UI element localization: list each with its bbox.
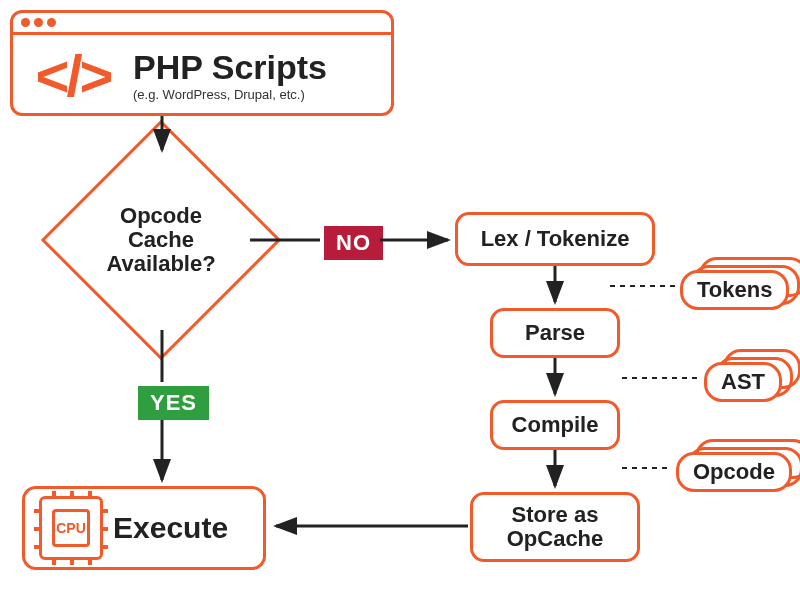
compile-node: Compile bbox=[490, 400, 620, 450]
window-dot bbox=[21, 18, 30, 27]
store-node: Store as OpCache bbox=[470, 492, 640, 562]
parse-node: Parse bbox=[490, 308, 620, 358]
execute-box: CPU Execute bbox=[22, 486, 266, 570]
lex-node: Lex / Tokenize bbox=[455, 212, 655, 266]
header-title: PHP Scripts bbox=[133, 48, 327, 87]
code-icon: </> bbox=[13, 42, 133, 109]
no-badge: NO bbox=[324, 226, 383, 260]
execute-label: Execute bbox=[113, 511, 228, 545]
tokens-pill: Tokens bbox=[680, 270, 789, 310]
window-dot bbox=[34, 18, 43, 27]
decision-diamond: Opcode Cache Available? bbox=[76, 155, 246, 325]
browser-tabs-decor bbox=[13, 13, 391, 35]
php-scripts-box: </> PHP Scripts (e.g. WordPress, Drupal,… bbox=[10, 10, 394, 116]
window-dot bbox=[47, 18, 56, 27]
cpu-label: CPU bbox=[52, 509, 90, 547]
ast-pill: AST bbox=[704, 362, 782, 402]
yes-badge: YES bbox=[138, 386, 209, 420]
opcode-pill: Opcode bbox=[676, 452, 792, 492]
decision-label: Opcode Cache Available? bbox=[76, 155, 246, 325]
cpu-icon: CPU bbox=[39, 496, 103, 560]
header-subtitle: (e.g. WordPress, Drupal, etc.) bbox=[133, 87, 327, 102]
